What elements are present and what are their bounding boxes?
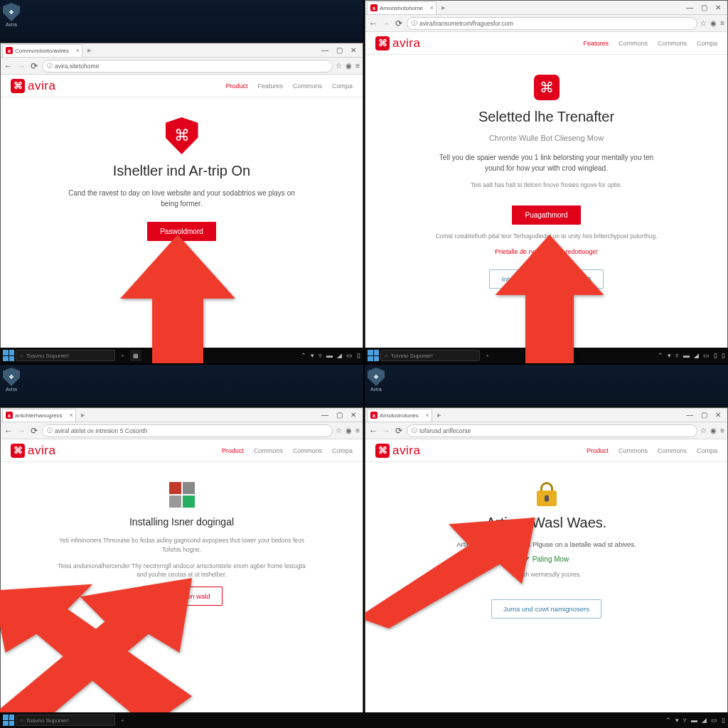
nav-link[interactable]: Product: [222, 447, 244, 454]
forward-button[interactable]: →: [16, 426, 26, 436]
nav-link[interactable]: Commons: [658, 447, 687, 454]
tray-action-icon[interactable]: ▯: [722, 352, 725, 359]
brand[interactable]: ⌘ avira: [11, 444, 55, 458]
reload-button[interactable]: ⟳: [394, 426, 404, 436]
start-button[interactable]: [3, 714, 14, 726]
tray-vol-icon[interactable]: ▿: [683, 717, 687, 724]
new-tab-button[interactable]: ▸: [84, 46, 95, 55]
back-button[interactable]: ←: [368, 18, 378, 28]
close-window-button[interactable]: ✕: [713, 411, 723, 419]
reload-button[interactable]: ⟳: [29, 426, 39, 436]
nav-link[interactable]: Compa: [697, 447, 717, 454]
tray-batt-icon[interactable]: ▬: [683, 352, 690, 359]
extension-icon[interactable]: ◉: [346, 427, 352, 434]
pinned-app[interactable]: ▦: [130, 350, 141, 361]
nav-link[interactable]: Product: [225, 82, 247, 90]
tray-batt-icon[interactable]: ▬: [326, 352, 333, 359]
task-view-button[interactable]: +: [121, 717, 124, 724]
tray-net-icon[interactable]: ▾: [311, 352, 314, 359]
secondary-button-right[interactable]: Pasaleod 3: [545, 269, 604, 289]
extension-icon[interactable]: ◉: [710, 19, 717, 27]
minimize-button[interactable]: —: [320, 46, 330, 54]
secondary-button-left[interactable]: Intanlu: [489, 269, 534, 289]
tray-vol-icon[interactable]: ▿: [318, 352, 322, 359]
maximize-button[interactable]: ▢: [699, 4, 709, 11]
tray-up-icon[interactable]: ⌃: [665, 717, 671, 724]
url-input[interactable]: ⓘ aviral atelet ov intresion 5 Cosonth: [42, 424, 333, 437]
browser-tab[interactable]: a Commondonto/avires ×: [2, 44, 82, 57]
tray-wifi-icon[interactable]: ◢: [702, 717, 707, 724]
tray-vol-icon[interactable]: ▿: [675, 352, 679, 359]
nav-link[interactable]: Compa: [697, 40, 717, 47]
outline-cta-button[interactable]: Juma und cowt namignosers: [491, 599, 601, 619]
outline-cta-button[interactable]: Sapdoncol on wald: [141, 587, 222, 606]
nav-link[interactable]: Commons: [658, 40, 687, 47]
taskbar-search[interactable]: Tornno Suponer!: [380, 350, 480, 361]
new-tab-button[interactable]: ▸: [77, 410, 89, 420]
url-input[interactable]: ⓘ tofarusd arilfecorse: [407, 424, 697, 437]
desktop-app-icon[interactable]: Avira: [368, 368, 385, 392]
desktop-app-icon[interactable]: Avira: [3, 368, 20, 392]
nav-link[interactable]: Commons: [293, 82, 322, 90]
star-icon[interactable]: ☆: [336, 427, 342, 434]
browser-tab[interactable]: a Arnonshotohome ×: [367, 1, 437, 14]
brand[interactable]: ⌘ avira: [375, 444, 420, 458]
nav-link[interactable]: Commons: [619, 447, 648, 454]
url-input[interactable]: ⓘ avira.sitetohome: [42, 60, 333, 73]
menu-icon[interactable]: ≡: [720, 19, 724, 27]
tray-wifi-icon[interactable]: ◢: [694, 352, 699, 359]
url-input[interactable]: ⓘ avira/transometrom/fraguesfor.com: [407, 17, 697, 30]
close-tab-icon[interactable]: ×: [430, 4, 434, 11]
close-tab-icon[interactable]: ×: [69, 412, 73, 419]
tray-lang-icon[interactable]: ▭: [703, 352, 710, 359]
forward-button[interactable]: →: [381, 426, 391, 436]
reload-button[interactable]: ⟳: [394, 18, 404, 28]
star-icon[interactable]: ☆: [700, 427, 707, 434]
nav-link[interactable]: Features: [257, 82, 283, 90]
tray-action-icon[interactable]: ▯: [722, 717, 725, 724]
tray-action-icon[interactable]: ▯: [357, 352, 360, 359]
tray-net-icon[interactable]: ▾: [675, 717, 679, 724]
maximize-button[interactable]: ▢: [334, 411, 344, 419]
nav-link[interactable]: Compa: [332, 447, 353, 454]
browser-tab[interactable]: a antohterhanogrecs ×: [2, 409, 76, 422]
extension-icon[interactable]: ◉: [710, 427, 717, 434]
extension-icon[interactable]: ◉: [346, 62, 352, 70]
reload-button[interactable]: ⟳: [29, 61, 39, 71]
menu-icon[interactable]: ≡: [355, 427, 360, 434]
maximize-button[interactable]: ▢: [334, 46, 344, 54]
star-icon[interactable]: ☆: [700, 19, 707, 27]
taskbar-search[interactable]: Tosvno Suponer!: [16, 714, 115, 726]
browser-tab[interactable]: a Arnotodrotones ×: [367, 409, 432, 422]
tray-wifi-icon[interactable]: ◢: [337, 352, 342, 359]
close-window-button[interactable]: ✕: [348, 411, 358, 419]
star-icon[interactable]: ☆: [336, 62, 342, 70]
task-view-button[interactable]: +: [121, 353, 124, 359]
menu-icon[interactable]: ≡: [720, 427, 724, 434]
close-window-button[interactable]: ✕: [713, 4, 723, 11]
task-view-button[interactable]: +: [486, 353, 489, 359]
brand[interactable]: ⌘ avira: [375, 36, 420, 50]
new-tab-button[interactable]: ▸: [434, 410, 445, 420]
back-button[interactable]: ←: [368, 426, 378, 436]
minimize-button[interactable]: —: [320, 411, 330, 419]
tray-up-icon[interactable]: ⌃: [658, 352, 663, 359]
back-button[interactable]: ←: [4, 426, 14, 436]
forward-button[interactable]: →: [16, 61, 26, 71]
tray-up-icon[interactable]: ⌃: [301, 352, 306, 359]
nav-link[interactable]: Commons: [619, 40, 648, 47]
close-tab-icon[interactable]: ×: [76, 47, 80, 54]
minimize-button[interactable]: —: [685, 411, 695, 419]
forward-button[interactable]: →: [381, 18, 391, 28]
menu-icon[interactable]: ≡: [355, 62, 360, 70]
taskbar-search[interactable]: Tosvno Suponer!: [16, 350, 115, 361]
maximize-button[interactable]: ▢: [699, 411, 709, 419]
start-button[interactable]: [3, 350, 14, 361]
nav-link[interactable]: Commons: [254, 447, 283, 454]
tray-lang-icon[interactable]: ▭: [346, 352, 353, 359]
nav-link[interactable]: Commons: [293, 447, 322, 454]
desktop-app-icon[interactable]: Avira: [3, 3, 20, 27]
nav-link[interactable]: Product: [587, 447, 609, 454]
tray-lang-icon[interactable]: ▭: [711, 717, 717, 724]
nav-link[interactable]: Features: [583, 40, 609, 47]
